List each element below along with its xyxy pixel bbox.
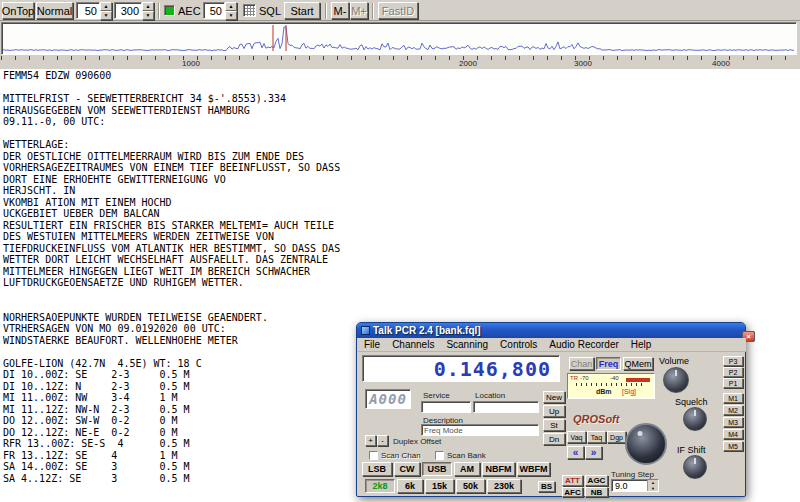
- sql-up-arrow-icon[interactable]: ▲: [225, 2, 237, 11]
- afc-button[interactable]: AFC: [562, 487, 583, 497]
- shift-up-arrow-icon[interactable]: ▲: [100, 2, 112, 11]
- scan-bank-checkbox[interactable]: [435, 451, 444, 460]
- tune-up-arrow-icon[interactable]: »: [585, 446, 602, 459]
- menu-audio-recorder[interactable]: Audio Recorder: [543, 339, 624, 350]
- span-value[interactable]: 300: [114, 2, 142, 19]
- vaq-button[interactable]: Vaq: [567, 431, 586, 443]
- mode-wbfm-button[interactable]: WBFM: [517, 462, 550, 476]
- button-p2[interactable]: P2: [723, 367, 743, 377]
- scale-ticks-icon: [1, 56, 797, 60]
- mode-lsb-button[interactable]: LSB: [362, 462, 392, 476]
- pcr-menubar: File Channels Scanning Controls Audio Re…: [358, 338, 746, 352]
- mode-cw-button[interactable]: CW: [394, 462, 420, 476]
- service-field[interactable]: [421, 401, 471, 413]
- dgp-button[interactable]: Dgp: [607, 431, 626, 443]
- location-label: Location: [475, 391, 505, 400]
- aec-led-indicator[interactable]: [164, 5, 175, 16]
- start-button[interactable]: Start: [284, 2, 320, 19]
- mode-select-button[interactable]: Normal: [36, 2, 73, 19]
- ontop-button[interactable]: OnTop: [2, 2, 34, 19]
- down-button[interactable]: Dn: [543, 433, 565, 445]
- bs-button[interactable]: BS: [538, 481, 555, 492]
- mode-usb-button[interactable]: USB: [422, 462, 452, 476]
- button-m4[interactable]: M4: [723, 429, 743, 439]
- duplex-minus-button[interactable]: -: [377, 435, 388, 446]
- filter-6k-button[interactable]: 6k: [397, 479, 423, 493]
- scale-label: 1000: [182, 59, 200, 68]
- step-down-arrow-icon[interactable]: ▼: [648, 486, 658, 492]
- nb-button[interactable]: NB: [585, 487, 608, 497]
- filter-50k-button[interactable]: 50k: [456, 479, 485, 493]
- new-button[interactable]: New: [543, 391, 565, 403]
- scan-chan-label: Scan Chan: [381, 451, 421, 460]
- button-p3[interactable]: P3: [723, 356, 743, 366]
- taq-button[interactable]: Taq: [587, 431, 606, 443]
- filter-230k-button[interactable]: 230k: [487, 479, 521, 493]
- mode-am-button[interactable]: AM: [454, 462, 480, 476]
- span-up-arrow-icon[interactable]: ▲: [142, 2, 154, 11]
- memory-minus-button[interactable]: M-: [331, 2, 349, 19]
- button-m1[interactable]: M1: [723, 393, 743, 403]
- window-title: Talk PCR 2.4 [bank.fql]: [373, 325, 742, 336]
- sql-level-value[interactable]: 50: [203, 2, 225, 19]
- tuning-knob[interactable]: [625, 423, 667, 465]
- filter-2k8-button[interactable]: 2k8: [365, 479, 395, 493]
- frequency-display: 0.146,800: [362, 355, 560, 382]
- app-icon: [361, 326, 370, 335]
- spectrum-trace: [2, 23, 796, 54]
- menu-controls[interactable]: Controls: [494, 339, 543, 350]
- sql-level-spinner: 50 ▲ ▼: [203, 2, 237, 19]
- duplex-plus-button[interactable]: +: [365, 435, 376, 446]
- volume-knob[interactable]: [663, 367, 689, 393]
- menu-help[interactable]: Help: [625, 339, 658, 350]
- filter-15k-button[interactable]: 15k: [425, 479, 454, 493]
- button-m3[interactable]: M3: [723, 417, 743, 427]
- tab-qmem[interactable]: QMem: [623, 357, 653, 370]
- tab-freq[interactable]: Freq: [596, 357, 621, 370]
- button-p1[interactable]: P1: [723, 378, 743, 388]
- tab-chan[interactable]: Chan: [569, 357, 594, 370]
- tuning-step-label: Tuning Step: [611, 470, 654, 479]
- menu-file[interactable]: File: [358, 339, 386, 350]
- frequency-value: 0.146,800: [434, 357, 559, 381]
- squelch-knob[interactable]: [683, 407, 707, 431]
- app-screen: OnTop Normal 50 ▲ ▼ 300 ▲ ▼ AEC 50 ▲ ▼: [0, 0, 800, 502]
- menu-scanning[interactable]: Scanning: [440, 339, 494, 350]
- tuning-step-select[interactable]: 9.0 ▲ ▼: [611, 479, 659, 492]
- fastid-button[interactable]: FastID: [378, 2, 418, 19]
- shift-spinner: 50 ▲ ▼: [76, 2, 112, 19]
- mode-nbfm-button[interactable]: NBFM: [482, 462, 515, 476]
- pcr-titlebar[interactable]: Talk PCR 2.4 [bank.fql] – ❐ ×: [357, 323, 745, 338]
- sql-grid-icon[interactable]: [243, 4, 256, 17]
- scale-label: 3000: [574, 59, 592, 68]
- duplex-offset-label: Duplex Offset: [393, 437, 441, 446]
- span-spinner: 300 ▲ ▼: [114, 2, 154, 19]
- tuning-step-spinner[interactable]: ▲ ▼: [647, 480, 658, 491]
- memory-plus-button[interactable]: M+: [350, 2, 368, 19]
- meter-scale-left: -70: [580, 375, 589, 381]
- meter-ticks-icon: [576, 383, 644, 386]
- store-button[interactable]: St: [543, 419, 565, 431]
- aec-label: AEC: [178, 5, 201, 17]
- tune-down-arrow-icon[interactable]: «: [567, 446, 584, 459]
- att-button[interactable]: ATT: [562, 475, 583, 486]
- sql-label: SQL: [259, 5, 281, 17]
- menu-channels[interactable]: Channels: [386, 339, 440, 350]
- if-shift-knob[interactable]: [683, 455, 707, 479]
- sql-down-arrow-icon[interactable]: ▼: [225, 11, 237, 20]
- pcr-window: Talk PCR 2.4 [bank.fql] – ❐ × File Chann…: [356, 322, 746, 497]
- button-m2[interactable]: M2: [723, 405, 743, 415]
- span-down-arrow-icon[interactable]: ▼: [142, 11, 154, 20]
- description-field[interactable]: Freq Mode: [421, 424, 539, 436]
- up-button[interactable]: Up: [543, 405, 565, 417]
- button-m5[interactable]: M5: [723, 441, 743, 451]
- location-field[interactable]: [473, 401, 539, 413]
- shift-down-arrow-icon[interactable]: ▼: [100, 11, 112, 20]
- scan-chan-checkbox[interactable]: [369, 451, 378, 460]
- toolbar-separator: [158, 3, 160, 19]
- spectrum-display[interactable]: [1, 22, 797, 55]
- scan-bank-label: Scan Bank: [447, 451, 486, 460]
- main-toolbar: OnTop Normal 50 ▲ ▼ 300 ▲ ▼ AEC 50 ▲ ▼: [0, 0, 800, 21]
- agc-button[interactable]: AGC: [585, 475, 608, 486]
- shift-value[interactable]: 50: [76, 2, 100, 19]
